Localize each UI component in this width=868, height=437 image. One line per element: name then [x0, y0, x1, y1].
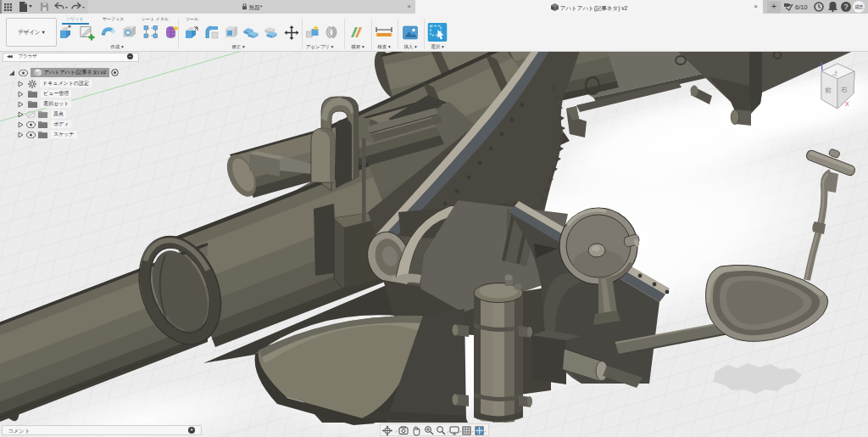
svg-text:前: 前 [825, 87, 832, 94]
svg-text:?: ? [843, 3, 848, 11]
svg-text:X: X [845, 101, 849, 107]
svg-text:上: 上 [832, 70, 838, 76]
svg-text:右: 右 [841, 86, 848, 93]
